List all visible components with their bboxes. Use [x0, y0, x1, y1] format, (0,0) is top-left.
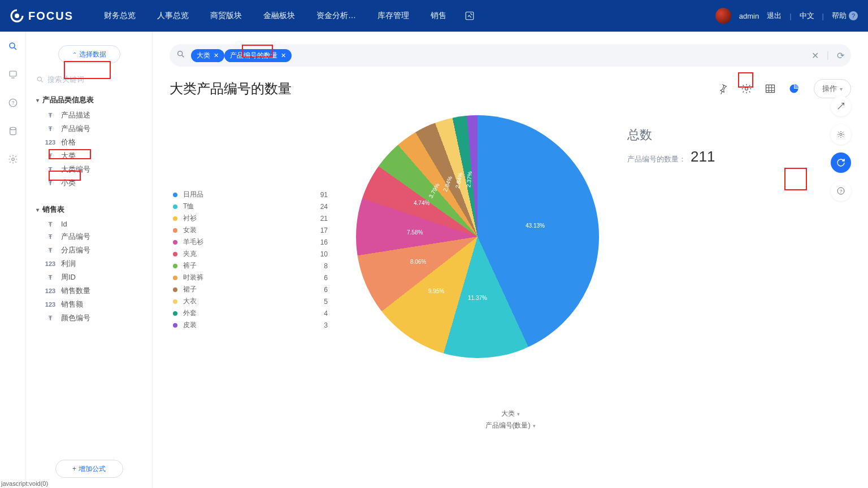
field-item[interactable]: Ŧ周ID	[36, 271, 147, 284]
legend-item[interactable]: 夹克10	[170, 248, 333, 260]
nav-item[interactable]: 人事总览	[147, 0, 199, 32]
rail-pin-icon[interactable]	[6, 68, 20, 81]
chevron-down-icon: ▾	[517, 411, 520, 417]
chevron-up-icon: ⌃	[72, 51, 77, 58]
field-item[interactable]: Ŧ小类	[36, 176, 147, 190]
gear-icon[interactable]	[737, 79, 756, 98]
nav-item[interactable]: 资金分析…	[306, 0, 366, 32]
total-value: 211	[691, 148, 715, 165]
nav-item[interactable]: 销售	[420, 0, 457, 32]
avatar[interactable]	[715, 8, 731, 24]
legend-item[interactable]: 裤子8	[170, 260, 333, 272]
field-item[interactable]: Ŧ分店编号	[36, 243, 147, 257]
select-data-button[interactable]: ⌃ 选择数据	[58, 45, 120, 63]
nav-item[interactable]: 金融板块	[253, 0, 305, 32]
axis-measure[interactable]: 产品编号(数量) ▾	[485, 421, 536, 430]
nav-item[interactable]: 库存管理	[367, 0, 419, 32]
pie-view-icon[interactable]	[784, 79, 804, 98]
logout-link[interactable]: 退出	[767, 11, 782, 21]
table-view-icon[interactable]	[761, 79, 780, 98]
svg-rect-3	[10, 71, 16, 76]
query-bar[interactable]: 大类✕产品编号的数量✕ ✕ | ⟳	[170, 44, 851, 67]
type-icon: 123	[44, 139, 57, 146]
svg-point-2	[10, 43, 15, 48]
rail-settings-icon[interactable]	[6, 152, 20, 166]
brand-logo[interactable]: FOCUS	[10, 9, 73, 23]
pct-label: 4.74%	[414, 200, 429, 206]
refresh-query-icon[interactable]: ⟳	[837, 50, 844, 61]
nav-item[interactable]: 财务总览	[94, 0, 146, 32]
rail-help-icon[interactable]: ?	[6, 96, 20, 110]
chart-settings-icon[interactable]	[831, 124, 851, 145]
legend-item[interactable]: 时装裤6	[170, 272, 333, 284]
icon-rail: ?	[0, 32, 26, 488]
legend-item[interactable]: 外套4	[170, 307, 333, 319]
add-formula-button[interactable]: + 增加公式	[55, 460, 123, 478]
legend-item[interactable]: 日用品91	[170, 189, 333, 201]
rail-db-icon[interactable]	[6, 124, 20, 138]
field-item[interactable]: Ŧ大类编号	[36, 163, 147, 176]
close-icon[interactable]: ✕	[281, 52, 286, 59]
expand-icon[interactable]	[831, 96, 851, 116]
pct-label: 43.13%	[526, 223, 545, 229]
rail-search-icon[interactable]	[6, 40, 20, 53]
field-item[interactable]: ŦId	[36, 218, 147, 230]
hint-icon[interactable]: ?	[831, 181, 851, 201]
type-icon: 123	[44, 260, 57, 267]
total-label: 总数	[627, 127, 715, 143]
search-icon	[36, 76, 44, 84]
legend-swatch	[173, 204, 177, 209]
axis-dim[interactable]: 大类 ▾	[501, 409, 520, 419]
query-chip[interactable]: 产品编号的数量✕	[224, 49, 292, 62]
pct-label: 7.58%	[407, 229, 423, 236]
pie-chart[interactable]	[356, 115, 599, 358]
chevron-down-icon: ▾	[840, 86, 843, 92]
field-item[interactable]: 123价格	[36, 136, 147, 149]
legend-item[interactable]: T恤24	[170, 201, 333, 212]
close-icon[interactable]: ✕	[214, 52, 219, 59]
field-item[interactable]: 123利润	[36, 257, 147, 271]
username[interactable]: admin	[739, 12, 759, 20]
type-icon: Ŧ	[44, 166, 57, 173]
legend-item[interactable]: 女装17	[170, 224, 333, 236]
field-item[interactable]: Ŧ颜色编号	[36, 311, 147, 325]
field-item[interactable]: Ŧ大类	[36, 149, 147, 163]
pin-icon[interactable]	[713, 79, 732, 98]
field-item[interactable]: Ŧ产品描述	[36, 108, 147, 122]
field-item[interactable]: Ŧ产品编号	[36, 230, 147, 243]
lang-link[interactable]: 中文	[800, 11, 814, 21]
legend-item[interactable]: 皮装3	[170, 319, 333, 331]
refresh-button[interactable]	[831, 152, 851, 173]
edit-icon[interactable]	[457, 11, 483, 21]
legend-item[interactable]: 裙子6	[170, 284, 333, 295]
query-chip[interactable]: 大类✕	[191, 49, 224, 62]
search-input[interactable]: 搜索关键词	[36, 75, 142, 85]
legend-item[interactable]: 大衣5	[170, 295, 333, 307]
svg-point-7	[11, 158, 14, 161]
nav-item[interactable]: 商贸版块	[200, 0, 252, 32]
type-icon: 123	[44, 301, 57, 308]
field-item[interactable]: 123销售数量	[36, 284, 147, 298]
svg-point-6	[10, 127, 16, 130]
type-icon: Ŧ	[44, 180, 57, 186]
legend-item[interactable]: 衬衫21	[170, 212, 333, 224]
table-header[interactable]: 销售表	[36, 204, 147, 215]
legend-swatch	[173, 228, 177, 233]
legend-swatch	[173, 276, 177, 280]
table-header[interactable]: 产品品类信息表	[36, 95, 147, 105]
main-area: 大类✕产品编号的数量✕ ✕ | ⟳ 大类产品编号的数量 操作▾ 43.13% 1…	[153, 32, 868, 488]
field-item[interactable]: 123销售额	[36, 298, 147, 311]
help-link[interactable]: 帮助?	[832, 11, 858, 21]
help-icon: ?	[849, 11, 858, 20]
type-icon: Ŧ	[44, 112, 57, 119]
type-icon: Ŧ	[44, 274, 57, 281]
legend-item[interactable]: 羊毛衫16	[170, 236, 333, 248]
legend-swatch	[173, 287, 177, 292]
search-icon	[176, 50, 185, 61]
field-item[interactable]: Ŧ产品编号	[36, 122, 147, 136]
pct-label: 9.95%	[428, 288, 444, 294]
clear-icon[interactable]: ✕	[811, 50, 819, 61]
legend: 日用品91T恤24衬衫21女装17羊毛衫16夹克10裤子8时装裤6裙子6大衣5外…	[170, 189, 333, 331]
axis-labels: 大类 ▾ 产品编号(数量) ▾	[170, 408, 851, 432]
actions-button[interactable]: 操作▾	[814, 79, 851, 98]
